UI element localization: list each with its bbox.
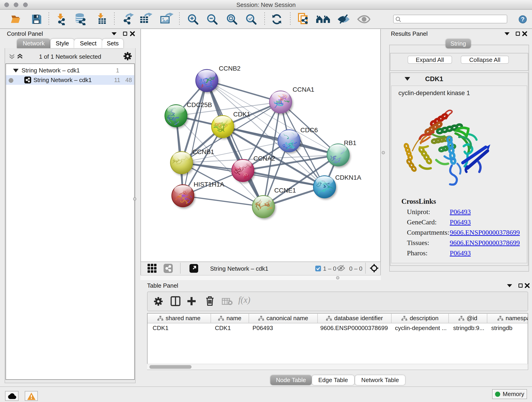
svg-text:CCNB1: CCNB1 [192,148,214,155]
svg-text:CCNA2: CCNA2 [253,155,275,162]
svg-text:CDC6: CDC6 [300,127,318,134]
svg-text:HIST1H1A: HIST1H1A [194,181,224,188]
svg-text:CDC25B: CDC25B [187,101,212,108]
svg-text:CCNE1: CCNE1 [274,187,296,194]
svg-text:CDK1: CDK1 [233,111,250,118]
svg-text:CDKN1A: CDKN1A [335,174,361,181]
svg-text:?: ? [521,16,525,23]
svg-text:CCNB2: CCNB2 [219,65,241,72]
svg-text:CCNA1: CCNA1 [293,86,314,93]
svg-text:RB1: RB1 [344,139,356,147]
